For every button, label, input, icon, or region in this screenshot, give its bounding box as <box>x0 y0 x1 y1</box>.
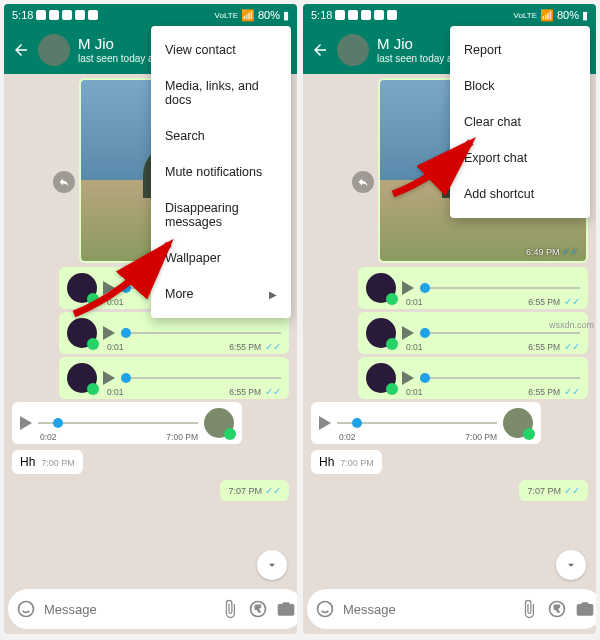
voice-avatar <box>204 408 234 438</box>
battery-icon: ▮ <box>582 9 588 22</box>
mic-badge-icon <box>386 293 398 305</box>
read-ticks-icon: ✓✓ <box>564 485 580 496</box>
emoji-icon[interactable] <box>315 599 335 619</box>
menu-view-contact[interactable]: View contact <box>151 32 291 68</box>
play-icon[interactable] <box>402 281 414 295</box>
rupee-icon[interactable]: ₹ <box>547 599 567 619</box>
voice-avatar <box>366 273 396 303</box>
voice-time: 7:00 PM <box>166 432 198 442</box>
battery-icon: ▮ <box>283 9 289 22</box>
play-icon[interactable] <box>103 371 115 385</box>
voice-time: 7:00 PM <box>465 432 497 442</box>
voice-duration: 0:01 <box>406 297 423 307</box>
menu-disappearing[interactable]: Disappearing messages <box>151 190 291 240</box>
mic-badge-icon <box>523 428 535 440</box>
voice-duration: 0:01 <box>406 342 423 352</box>
waveform[interactable] <box>38 422 198 424</box>
waveform[interactable] <box>420 287 580 289</box>
voice-message-out[interactable]: 0:01 6:55 PM✓✓ <box>358 312 588 354</box>
play-icon[interactable] <box>20 416 32 430</box>
message-input-box: ₹ <box>8 589 297 629</box>
voice-message-out[interactable]: 0:01 6:55 PM✓✓ <box>358 267 588 309</box>
svg-point-0 <box>19 602 34 617</box>
forward-icon[interactable] <box>352 171 374 193</box>
voice-time: 6:55 PM <box>229 342 261 352</box>
read-ticks-icon: ✓✓ <box>265 485 281 496</box>
svg-text:₹: ₹ <box>255 604 261 614</box>
annotation-arrow <box>64 234 184 328</box>
phone-right: 5:18 VoLTE 📶 80% ▮ M Jio last seen today… <box>303 4 596 634</box>
menu-mute[interactable]: Mute notifications <box>151 154 291 190</box>
status-time: 5:18 <box>12 9 33 21</box>
voice-message-in[interactable]: 0:02 7:00 PM <box>311 402 541 444</box>
notif-icon <box>361 10 371 20</box>
back-icon[interactable] <box>12 41 30 59</box>
status-bar: 5:18 VoLTE 📶 80% ▮ <box>4 4 297 26</box>
volte-icon: VoLTE <box>215 11 238 20</box>
msg-time: 7:00 PM <box>340 458 374 468</box>
waveform[interactable] <box>121 377 281 379</box>
waveform[interactable] <box>420 377 580 379</box>
menu-block[interactable]: Block <box>450 68 590 104</box>
notif-icon <box>387 10 397 20</box>
back-icon[interactable] <box>311 41 329 59</box>
voice-time: 6:55 PM <box>229 387 261 397</box>
voice-duration: 0:02 <box>40 432 57 442</box>
menu-search[interactable]: Search <box>151 118 291 154</box>
battery-label: 80% <box>557 9 579 21</box>
attach-icon[interactable] <box>220 599 240 619</box>
read-ticks-icon: ✓✓ <box>564 386 580 397</box>
scroll-down-button[interactable] <box>556 550 586 580</box>
message-input[interactable] <box>44 602 212 617</box>
mic-badge-icon <box>87 383 99 395</box>
voice-duration: 0:02 <box>339 432 356 442</box>
scroll-down-button[interactable] <box>257 550 287 580</box>
voice-message-in[interactable]: 0:02 7:00 PM <box>12 402 242 444</box>
play-icon[interactable] <box>402 326 414 340</box>
emoji-icon[interactable] <box>16 599 36 619</box>
waveform[interactable] <box>420 332 580 334</box>
menu-report[interactable]: Report <box>450 32 590 68</box>
contact-avatar[interactable] <box>337 34 369 66</box>
voice-message-out[interactable]: 0:01 6:55 PM✓✓ <box>59 357 289 399</box>
waveform[interactable] <box>337 422 497 424</box>
voice-message-out[interactable]: 0:01 6:55 PM✓✓ <box>358 357 588 399</box>
text-message-in[interactable]: Hh7:00 PM <box>311 450 382 474</box>
msg-time: 7:00 PM <box>41 458 75 468</box>
notif-icon <box>36 10 46 20</box>
waveform[interactable] <box>121 332 281 334</box>
menu-media[interactable]: Media, links, and docs <box>151 68 291 118</box>
phone-left: 5:18 VoLTE 📶 80% ▮ M Jio last seen today… <box>4 4 297 634</box>
play-icon[interactable] <box>319 416 331 430</box>
contact-avatar[interactable] <box>38 34 70 66</box>
voice-avatar <box>366 363 396 393</box>
attach-icon[interactable] <box>519 599 539 619</box>
play-icon[interactable] <box>402 371 414 385</box>
camera-icon[interactable] <box>276 599 296 619</box>
camera-icon[interactable] <box>575 599 595 619</box>
watermark: wsxdn.com <box>549 320 594 330</box>
play-icon[interactable] <box>103 326 115 340</box>
read-ticks-icon: ✓✓ <box>265 341 281 352</box>
voice-avatar <box>366 318 396 348</box>
text-message-in[interactable]: Hh7:00 PM <box>12 450 83 474</box>
mic-badge-icon <box>386 338 398 350</box>
input-bar: ₹ <box>307 588 592 630</box>
text-message-out[interactable]: 7:07 PM✓✓ <box>220 480 289 501</box>
voice-time: 6:55 PM <box>528 342 560 352</box>
mic-badge-icon <box>224 428 236 440</box>
mic-badge-icon <box>87 338 99 350</box>
battery-label: 80% <box>258 9 280 21</box>
forward-icon[interactable] <box>53 171 75 193</box>
message-input-box: ₹ <box>307 589 596 629</box>
svg-point-3 <box>318 602 333 617</box>
rupee-icon[interactable]: ₹ <box>248 599 268 619</box>
notif-icon <box>348 10 358 20</box>
message-input[interactable] <box>343 602 511 617</box>
status-time: 5:18 <box>311 9 332 21</box>
input-bar: ₹ <box>8 588 293 630</box>
msg-time: 7:07 PM <box>228 486 262 496</box>
voice-duration: 0:01 <box>406 387 423 397</box>
svg-text:₹: ₹ <box>554 604 560 614</box>
text-message-out[interactable]: 7:07 PM✓✓ <box>519 480 588 501</box>
